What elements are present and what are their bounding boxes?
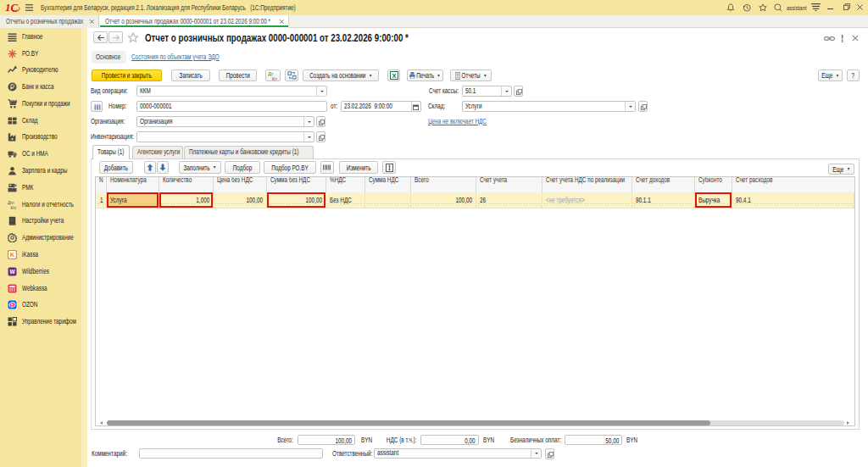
svg-text:K: K: [10, 251, 15, 259]
svg-text:W: W: [9, 269, 15, 275]
svg-text:Дт: Дт: [8, 200, 14, 204]
svg-text:X: X: [392, 72, 396, 80]
svg-text:Кт: Кт: [11, 205, 17, 209]
svg-text:Кт: Кт: [272, 76, 277, 81]
